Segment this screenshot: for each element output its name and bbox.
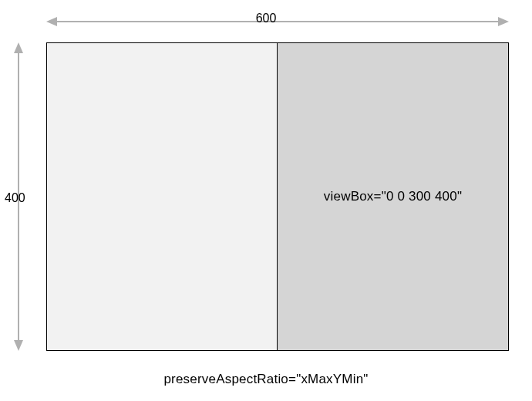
svg-marker-4 <box>14 42 23 53</box>
svg-marker-1 <box>46 17 57 26</box>
viewbox-region: viewBox="0 0 300 400" <box>277 43 508 350</box>
svg-marker-5 <box>14 340 23 351</box>
svg-marker-2 <box>498 17 509 26</box>
viewport-container: viewBox="0 0 300 400" <box>46 42 509 351</box>
width-dimension-arrow <box>46 15 509 28</box>
viewbox-label: viewBox="0 0 300 400" <box>324 189 462 204</box>
height-dimension-label: 400 <box>5 191 25 205</box>
width-dimension-label: 600 <box>256 12 277 25</box>
preserve-aspect-ratio-label: preserveAspectRatio="xMaxYMin" <box>0 372 532 387</box>
